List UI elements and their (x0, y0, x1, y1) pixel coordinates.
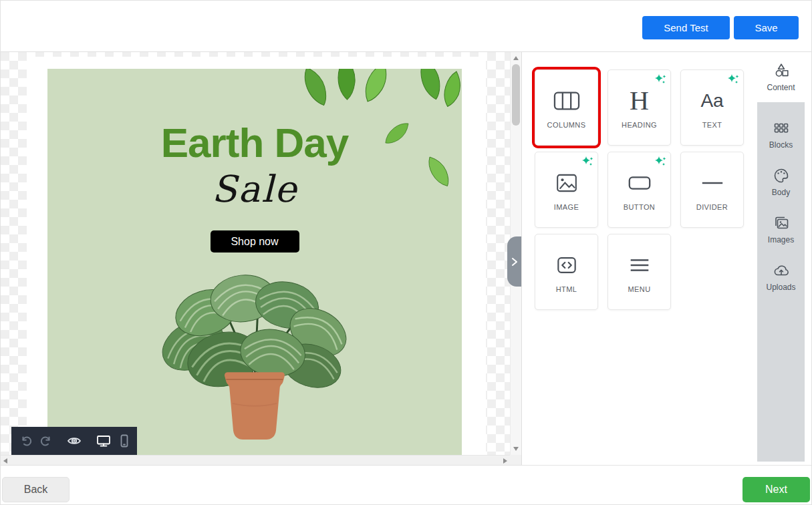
preview-eye-icon[interactable] (66, 433, 82, 449)
shop-now-button[interactable]: Shop now (211, 230, 299, 252)
ai-sparkle-icon (654, 73, 666, 86)
top-bar: Send Test Save (1, 1, 811, 52)
chevron-right-icon (510, 257, 519, 267)
vertical-scrollbar-thumb[interactable] (512, 64, 520, 126)
text-icon: Aa (700, 86, 723, 116)
tab-label: Body (772, 188, 790, 197)
block-tile-label: HTML (556, 285, 577, 293)
send-test-button[interactable]: Send Test (642, 16, 730, 39)
body-palette-icon (773, 167, 790, 184)
block-tile-label: COLUMNS (547, 121, 586, 129)
block-tile-label: DIVIDER (696, 203, 728, 211)
tab-content[interactable]: Content (757, 52, 805, 102)
block-tile-columns[interactable]: COLUMNS (535, 69, 598, 146)
save-button[interactable]: Save (734, 16, 799, 39)
tab-label: Images (768, 235, 794, 244)
block-tile-label: IMAGE (554, 203, 579, 211)
email-preview-canvas[interactable]: Earth Day Sale Shop now (1, 52, 522, 466)
block-tile-label: BUTTON (624, 203, 655, 211)
block-tile-label: HEADING (622, 121, 657, 129)
plant-image[interactable] (144, 274, 365, 442)
html-icon (552, 250, 581, 280)
panel-collapse-handle[interactable] (507, 236, 521, 287)
content-blocks-panel: COLUMNS H HEADING (523, 52, 757, 466)
blocks-grid: COLUMNS H HEADING (535, 69, 744, 310)
editor-tab-rail: Content Blocks Body (757, 52, 805, 462)
next-button[interactable]: Next (742, 477, 810, 502)
block-tile-label: TEXT (702, 121, 722, 129)
tab-label: Uploads (766, 283, 795, 292)
block-tile-menu[interactable]: MENU (607, 234, 671, 310)
scroll-left-arrow-icon[interactable] (3, 458, 7, 464)
desktop-view-icon[interactable] (96, 433, 112, 449)
redo-icon[interactable] (39, 433, 53, 449)
block-tile-label: MENU (628, 285, 651, 293)
button-icon (624, 168, 655, 198)
scroll-up-arrow-icon[interactable] (513, 56, 519, 60)
undo-icon[interactable] (19, 433, 33, 449)
columns-icon (551, 86, 582, 116)
back-button[interactable]: Back (2, 477, 70, 502)
block-tile-button[interactable]: BUTTON (607, 152, 671, 228)
ai-sparkle-icon (727, 73, 739, 86)
mobile-view-icon[interactable] (118, 433, 130, 449)
blocks-grid-icon (773, 120, 790, 137)
tab-body[interactable]: Body (757, 158, 805, 206)
block-tile-heading[interactable]: H HEADING (607, 69, 671, 146)
tab-images[interactable]: Images (757, 206, 805, 253)
bottom-bar: Back Next (1, 465, 811, 504)
hero-section[interactable]: Earth Day Sale Shop now (47, 69, 462, 466)
tab-uploads[interactable]: Uploads (757, 253, 805, 301)
content-shapes-icon (773, 62, 790, 79)
tab-blocks[interactable]: Blocks (757, 111, 805, 158)
email-editor-window: Send Test Save (0, 0, 812, 505)
scroll-down-arrow-icon[interactable] (513, 447, 519, 451)
ai-sparkle-icon (581, 156, 593, 168)
main-area: Earth Day Sale Shop now (1, 52, 812, 466)
ai-sparkle-icon (654, 156, 666, 168)
block-tile-html[interactable]: HTML (535, 234, 598, 310)
images-icon (773, 214, 790, 232)
scroll-right-arrow-icon[interactable] (503, 458, 507, 464)
block-tile-image[interactable]: IMAGE (535, 152, 598, 228)
tab-label: Content (767, 83, 795, 92)
preview-toolbar (11, 427, 137, 455)
tab-label: Blocks (769, 140, 793, 150)
divider-icon (697, 168, 728, 198)
leaves-decoration (267, 69, 462, 196)
block-tile-divider[interactable]: DIVIDER (680, 152, 744, 228)
email-document[interactable]: Earth Day Sale Shop now (27, 57, 486, 466)
block-tile-text[interactable]: Aa TEXT (680, 69, 744, 146)
uploads-cloud-icon (773, 262, 790, 279)
heading-icon: H (630, 86, 649, 116)
menu-icon (624, 250, 655, 280)
image-icon (553, 168, 581, 198)
